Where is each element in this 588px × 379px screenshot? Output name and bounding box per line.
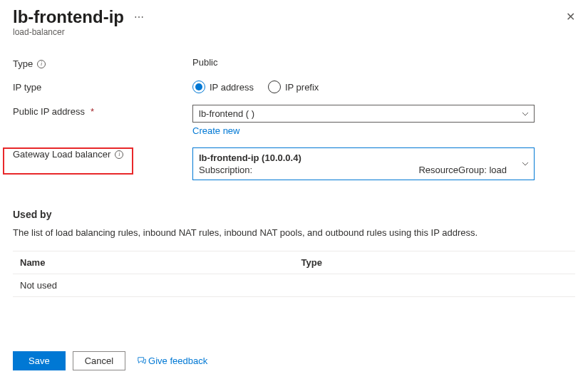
create-new-link[interactable]: Create new [192,125,239,136]
info-icon[interactable]: i [37,60,46,68]
chevron-down-icon [521,160,530,168]
radio-icon [192,81,205,93]
gwlb-resourcegroup: ResourceGroup: load [418,165,514,175]
radio-icon [268,81,281,93]
page-title: lb-frontend-ip [13,7,124,27]
info-icon[interactable]: i [115,150,123,159]
cell-notused: Not used [13,274,294,297]
iptype-label: IP type [13,82,41,93]
feedback-icon [137,356,147,366]
panel-header: lb-frontend-ip ⋯ load-balancer ✕ [13,7,575,37]
panel-footer: Save Cancel Give feedback [13,351,575,370]
feedback-label: Give feedback [148,355,207,366]
table-row: Not used [13,274,575,297]
usedby-heading: Used by [13,209,575,220]
chevron-down-icon [521,110,530,118]
radio-label-prefix: IP prefix [285,82,319,93]
cancel-button[interactable]: Cancel [73,351,125,370]
gwlb-selected-title: lb-frontend-ip (10.0.0.4) [199,152,514,163]
gwlb-label: Gateway Load balancer [13,149,110,160]
save-button[interactable]: Save [13,351,66,370]
give-feedback-link[interactable]: Give feedback [137,355,207,366]
publicip-select[interactable]: lb-frontend ( ) [192,105,535,123]
col-name: Name [13,251,294,274]
required-indicator: * [91,106,94,117]
radio-ip-address[interactable]: IP address [192,81,254,93]
close-icon[interactable]: ✕ [566,10,575,24]
page-subtitle: load-balancer [13,27,575,37]
iptype-radio-group: IP address IP prefix [192,81,575,93]
col-type: Type [294,251,576,274]
radio-ip-prefix[interactable]: IP prefix [268,81,319,93]
radio-label-address: IP address [210,82,254,93]
usedby-description: The list of load balancing rules, inboun… [13,227,575,238]
publicip-label: Public IP address [13,106,85,117]
gwlb-select[interactable]: lb-frontend-ip (10.0.0.4) Subscription: … [192,147,535,180]
gwlb-subscription-label: Subscription: [199,165,252,175]
more-actions-button[interactable]: ⋯ [131,11,147,23]
type-value: Public [192,57,575,68]
publicip-value: lb-frontend ( ) [199,108,254,119]
usedby-table: Name Type Not used [13,251,575,297]
type-label: Type [13,58,33,69]
